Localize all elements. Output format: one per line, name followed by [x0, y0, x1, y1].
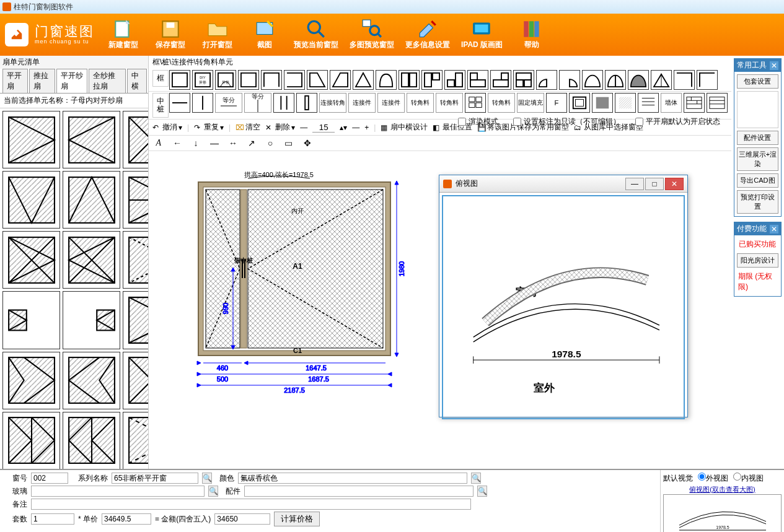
mid-wall2[interactable] — [707, 93, 728, 113]
frame-shape[interactable] — [674, 70, 695, 90]
mid-shape[interactable] — [569, 93, 590, 113]
frame-shape[interactable] — [261, 70, 282, 90]
save-window-button[interactable]: 保存窗型 — [152, 20, 188, 50]
frame-shape[interactable] — [536, 70, 557, 90]
new-window-button[interactable]: 新建窗型 — [105, 20, 141, 50]
frame-shape[interactable] — [330, 70, 351, 90]
shape-cell[interactable] — [63, 291, 120, 349]
frame-shape[interactable] — [421, 70, 443, 90]
plus-button[interactable]: + — [364, 123, 369, 132]
mid-shape[interactable]: F — [546, 93, 567, 113]
frame-shape[interactable]: 异形 — [215, 70, 236, 90]
view-in-radio[interactable]: 内视图 — [733, 473, 764, 484]
preview-current-button[interactable]: 预览当前窗型 — [294, 20, 338, 50]
shape-cell[interactable] — [123, 111, 148, 168]
color-search[interactable]: 🔍 — [471, 473, 481, 484]
spin-input[interactable] — [312, 123, 335, 133]
preview-label[interactable]: 俯视图(双击查看大图) — [663, 485, 782, 494]
shape-cell[interactable] — [2, 352, 60, 409]
clear-button[interactable]: ⌧清空 — [236, 122, 260, 133]
shape-cell[interactable] — [123, 291, 148, 349]
frame-shape[interactable] — [651, 70, 672, 90]
shape-cell[interactable] — [63, 171, 120, 229]
total-input[interactable] — [214, 513, 270, 525]
frame-shape[interactable]: DIY异形 — [192, 70, 213, 90]
export-cad-button[interactable]: 导出CAD图 — [737, 173, 778, 188]
3d-render-button[interactable]: 三维展示+渲染 — [737, 147, 778, 171]
print-preview-button[interactable]: 预览打印设置 — [737, 190, 778, 214]
mid-shape[interactable] — [638, 93, 659, 113]
line-icon[interactable]: ― — [209, 138, 219, 148]
parts-settings-button[interactable]: 配件设置 — [737, 131, 778, 145]
shape-cell[interactable] — [2, 171, 60, 229]
shape-cell[interactable] — [63, 111, 120, 168]
glass-search[interactable]: 🔍 — [208, 486, 218, 497]
open-state-check[interactable]: 平开扇默认为开启状态 — [635, 116, 720, 127]
shape-cell[interactable] — [63, 352, 120, 409]
shape-cell[interactable] — [2, 231, 60, 289]
mid-connect[interactable]: 连接转角 — [319, 93, 346, 113]
mini-preview[interactable]: 1978.5 — [663, 494, 782, 532]
mid-shape[interactable] — [169, 93, 190, 113]
mid-corner-item[interactable]: 转角料 — [436, 93, 463, 113]
arrow-left-icon[interactable]: ← — [172, 138, 182, 148]
frame-shape[interactable] — [582, 70, 603, 90]
mid-conn-item2[interactable]: 连接件 — [377, 93, 405, 113]
overview-titlebar[interactable]: 俯视图 — □ ✕ — [439, 175, 687, 193]
sash-design-button[interactable]: ▦扇中横设计 — [381, 122, 428, 133]
unit-input[interactable] — [102, 513, 151, 525]
tab-pingkaisha[interactable]: 平开纱扇 — [56, 69, 87, 93]
shape-cell[interactable] — [123, 231, 148, 289]
calc-price-button[interactable]: 计算价格 — [274, 512, 320, 526]
series-input[interactable] — [112, 473, 198, 484]
view-out-radio[interactable]: 外视图 — [698, 473, 728, 484]
tab-pingkai[interactable]: 平开扇 — [2, 69, 28, 93]
parts-input[interactable] — [244, 486, 473, 497]
frame-shape[interactable] — [399, 70, 420, 90]
shape-cell[interactable] — [2, 111, 60, 168]
shape-cell[interactable] — [123, 352, 148, 409]
delete-button[interactable]: ✕删除 ▾ — [265, 122, 295, 133]
tab-quansha[interactable]: 全纱推拉扇 — [89, 69, 126, 93]
shape-cell[interactable] — [63, 231, 120, 289]
arrow-both-icon[interactable]: ↔ — [228, 138, 238, 148]
minimize-button[interactable]: — — [625, 178, 644, 190]
cover-settings-button[interactable]: 包套设置 — [737, 74, 778, 89]
frame-shape[interactable] — [353, 70, 374, 90]
move-icon[interactable]: ✥ — [302, 138, 312, 148]
glass-input[interactable] — [31, 486, 205, 497]
render-mode-check[interactable]: 渲染模式 — [458, 116, 498, 127]
more-settings-button[interactable]: 更多信息设置 — [405, 20, 450, 50]
shape-cell[interactable] — [2, 291, 60, 349]
mid-shape[interactable] — [296, 93, 317, 113]
mid-shape-equal[interactable]: 等分 — [215, 93, 242, 113]
frame-shape[interactable] — [376, 70, 397, 90]
shape-cell[interactable] — [123, 171, 148, 229]
frame-shape[interactable] — [559, 70, 580, 90]
frame-shape[interactable] — [605, 70, 626, 90]
readonly-check[interactable]: 设置标注为只读（不可编辑） — [513, 116, 620, 127]
mid-shape[interactable] — [465, 93, 486, 113]
color-input[interactable] — [238, 473, 467, 484]
ipad-button[interactable]: IPAD 版画图 — [461, 20, 503, 50]
frame-shape[interactable] — [490, 70, 511, 90]
rect-icon[interactable]: ▭ — [284, 138, 294, 148]
frame-shape[interactable] — [307, 70, 328, 90]
mid-corner[interactable]: 转角料 — [407, 93, 434, 113]
parts-search[interactable]: 🔍 — [477, 486, 487, 497]
mid-corner-wall[interactable]: 转角料 — [488, 93, 515, 113]
undo-button[interactable]: ↶撤消 ▾ — [152, 122, 182, 133]
mid-shape[interactable] — [192, 93, 213, 113]
help-button[interactable]: 帮助 — [514, 20, 550, 50]
series-search[interactable]: 🔍 — [202, 473, 212, 484]
frame-shape[interactable] — [238, 70, 259, 90]
shape-cell[interactable] — [63, 412, 120, 469]
maximize-button[interactable]: □ — [645, 178, 664, 190]
mid-shape[interactable] — [592, 93, 613, 113]
circle-icon[interactable]: ○ — [265, 138, 275, 148]
shape-cell[interactable] — [123, 412, 148, 469]
screenshot-button[interactable]: 截图 — [247, 20, 283, 50]
qty-input[interactable] — [31, 513, 74, 525]
preview-multi-button[interactable]: 多图预览窗型 — [350, 20, 394, 50]
mid-fixed[interactable]: 固定填充 — [517, 93, 544, 113]
